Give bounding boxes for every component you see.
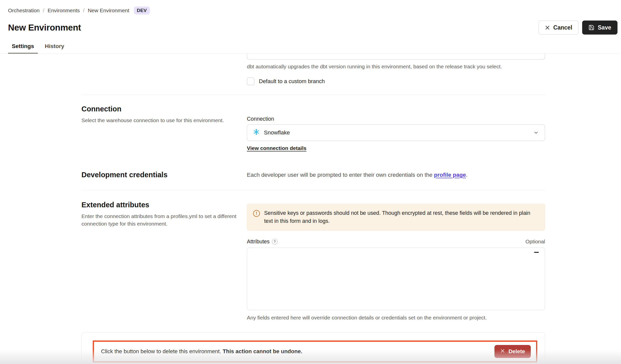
connection-selected-value: Snowflake [264, 129, 290, 136]
cancel-button-label: Cancel [553, 24, 572, 31]
custom-branch-label[interactable]: Default to a custom branch [259, 78, 325, 85]
question-circle-icon[interactable]: ? [272, 239, 278, 245]
extended-attributes-section: Extended attributes Enter the connection… [81, 201, 545, 321]
breadcrumb-new-environment[interactable]: New Environment [88, 8, 129, 14]
attributes-field-label: Attributes [247, 239, 270, 245]
extended-attributes-description: Enter the connection attributes from a p… [81, 213, 237, 228]
extended-attributes-title: Extended attributes [81, 201, 247, 209]
collapse-minus-icon[interactable] [534, 252, 539, 253]
attributes-label-row: Attributes ? Optional [247, 239, 545, 245]
sensitive-keys-warning: ! Sensitive keys or passwords should not… [247, 204, 545, 231]
breadcrumb-separator: / [83, 8, 84, 14]
page-title: New Environment [8, 23, 81, 33]
breadcrumb-separator: / [43, 8, 44, 14]
release-track-row: dbt automatically upgrades the dbt versi… [81, 54, 545, 85]
save-button[interactable]: Save [582, 21, 617, 35]
cancel-button[interactable]: Cancel [539, 21, 578, 35]
save-button-label: Save [598, 24, 611, 31]
delete-message-warning: This action cannot be undone. [223, 348, 302, 354]
connection-section-title: Connection [81, 105, 247, 113]
custom-branch-row: Default to a custom branch [247, 78, 545, 85]
connection-select[interactable]: Snowflake [247, 124, 545, 141]
header-actions: Cancel Save [539, 21, 617, 35]
section-divider [81, 95, 545, 95]
settings-form: dbt automatically upgrades the dbt versi… [81, 54, 545, 364]
release-track-input-partial[interactable] [247, 54, 545, 60]
dev-credentials-text: Each developer user will be prompted to … [247, 172, 434, 178]
floppy-disk-icon [588, 25, 594, 31]
delete-button[interactable]: Delete [494, 345, 531, 358]
tab-history[interactable]: History [41, 40, 68, 54]
connection-section: Connection Select the warehouse connecti… [81, 105, 545, 151]
x-icon [545, 25, 550, 30]
page-header: New Environment Cancel Save [8, 21, 617, 35]
delete-environment-message: Click the button below to delete this en… [101, 348, 302, 355]
top-bar: Orchestration / Environments / New Envir… [0, 0, 621, 35]
environment-type-badge: DEV [134, 7, 150, 15]
danger-zone-card: Click the button below to delete this en… [81, 332, 545, 364]
custom-branch-checkbox[interactable] [247, 78, 254, 85]
breadcrumb-environments[interactable]: Environments [48, 8, 80, 14]
x-icon [500, 348, 505, 355]
breadcrumb-orchestration[interactable]: Orchestration [8, 8, 40, 14]
attributes-helper: Any fields entered here will override co… [247, 315, 545, 321]
delete-environment-box: Click the button below to delete this en… [93, 340, 537, 362]
section-divider [81, 190, 545, 190]
view-connection-details-link[interactable]: View connection details [247, 145, 306, 151]
warning-text: Sensitive keys or passwords should not b… [264, 209, 539, 225]
development-credentials-title: Development credentials [81, 171, 247, 179]
connection-section-description: Select the warehouse connection to use f… [81, 117, 237, 124]
development-credentials-description: Each developer user will be prompted to … [247, 172, 545, 178]
chevron-down-icon [533, 130, 539, 135]
release-track-helper: dbt automatically upgrades the dbt versi… [247, 64, 545, 70]
delete-message-text: Click the button below to delete this en… [101, 348, 223, 354]
optional-label: Optional [526, 239, 545, 245]
breadcrumb: Orchestration / Environments / New Envir… [8, 7, 617, 15]
delete-button-label: Delete [508, 348, 525, 355]
tab-settings[interactable]: Settings [8, 40, 38, 54]
connection-field-label: Connection [247, 116, 545, 122]
tab-bar: Settings History [0, 40, 621, 54]
attributes-editor[interactable] [247, 248, 545, 310]
profile-page-link[interactable]: profile page [434, 172, 466, 178]
dev-credentials-text-suffix: . [466, 172, 467, 178]
development-credentials-section: Development credentials Each developer u… [81, 171, 545, 179]
snowflake-icon [253, 129, 260, 137]
alert-circle-icon: ! [253, 210, 260, 217]
